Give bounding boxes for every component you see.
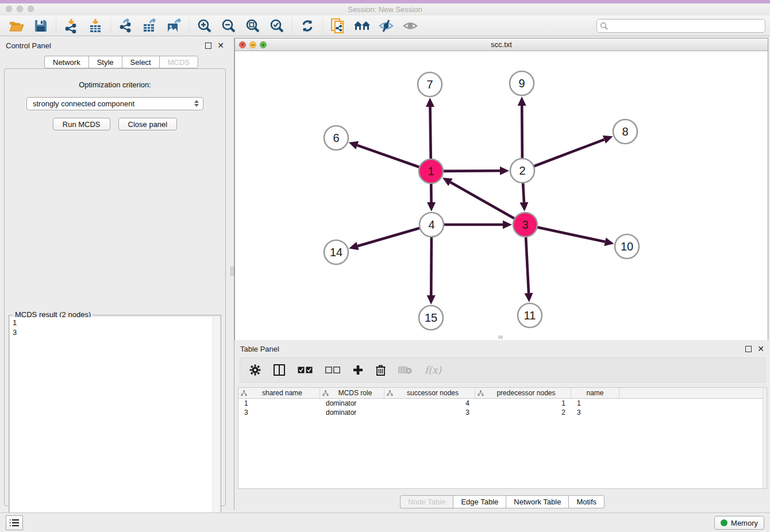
node-7[interactable]: 7	[418, 72, 442, 97]
table-scrollbar[interactable]	[763, 388, 767, 488]
tab-select[interactable]: Select	[122, 56, 159, 68]
zoom-fit-button[interactable]	[243, 17, 263, 34]
table-panel: Table Panel ✕	[234, 341, 770, 510]
table-cell[interactable]: 1	[475, 399, 571, 408]
network-window: ✕ − + scc.txt 1234678910111415	[234, 38, 768, 340]
select-all-button[interactable]	[298, 367, 313, 374]
table-cell[interactable]: 3	[571, 408, 619, 417]
import-table-button[interactable]	[86, 17, 105, 34]
edge-1-6[interactable]	[349, 141, 431, 171]
zoom-out-button[interactable]	[219, 17, 238, 34]
memory-button[interactable]: Memory	[714, 516, 764, 530]
tab-edge-table[interactable]: Edge Table	[453, 495, 506, 508]
edge-3-10[interactable]	[525, 225, 614, 246]
split-panel-button[interactable]	[274, 364, 285, 376]
close-panel-button[interactable]: Close panel	[118, 118, 178, 130]
column-header-MCDS-role[interactable]: MCDS role	[320, 388, 384, 398]
criterion-dropdown[interactable]: strongly connected component	[26, 97, 203, 110]
network-scroll-thumb[interactable]	[498, 336, 503, 339]
table-row[interactable]: 1dominator411	[238, 399, 767, 408]
node-14[interactable]: 14	[324, 240, 348, 264]
search-input[interactable]	[596, 19, 765, 33]
tab-motifs[interactable]: Motifs	[568, 495, 605, 508]
export-image-button[interactable]	[164, 17, 184, 34]
table-cell[interactable]: 1	[571, 399, 619, 408]
tab-style[interactable]: Style	[88, 56, 122, 68]
app-titlebar: Session: New Session	[0, 3, 770, 16]
tab-network-table[interactable]: Network Table	[506, 495, 568, 508]
column-header-predecessor-nodes[interactable]: predecessor nodes	[475, 388, 571, 398]
save-session-button[interactable]	[31, 17, 51, 34]
criterion-value: strongly connected component	[33, 99, 134, 108]
table-cell[interactable]: 2	[475, 408, 571, 417]
edge-3-1[interactable]	[442, 178, 525, 225]
import-network-button[interactable]	[61, 17, 81, 34]
table-cell[interactable]: dominator	[320, 399, 384, 408]
task-history-button[interactable]	[6, 515, 23, 530]
export-network-button[interactable]	[116, 17, 136, 34]
deselect-all-button[interactable]	[325, 367, 340, 374]
export-table-button[interactable]	[140, 17, 160, 34]
add-column-button[interactable]	[353, 365, 363, 375]
node-11[interactable]: 11	[518, 303, 542, 327]
edge-2-8[interactable]	[522, 136, 613, 171]
status-bar: Memory	[0, 512, 770, 532]
result-scrollbar[interactable]	[213, 317, 220, 530]
network-file-share-button[interactable]	[328, 17, 348, 34]
node-15[interactable]: 15	[419, 306, 443, 330]
node-9[interactable]: 9	[510, 71, 534, 95]
float-panel-icon[interactable]	[205, 43, 211, 49]
run-mcds-button[interactable]: Run MCDS	[53, 118, 110, 130]
node-1[interactable]: 1	[419, 159, 443, 183]
network-maximize-icon[interactable]: +	[260, 41, 267, 48]
node-3[interactable]: 3	[513, 213, 537, 237]
tab-mcds[interactable]: MCDS	[159, 56, 198, 68]
table-cell[interactable]: dominator	[320, 408, 384, 417]
apply-layout-button[interactable]	[298, 17, 317, 34]
zoom-in-button[interactable]	[195, 17, 214, 34]
tab-network[interactable]: Network	[44, 56, 88, 68]
edge-4-14[interactable]	[349, 225, 432, 250]
node-10[interactable]: 10	[615, 234, 639, 259]
network-minimize-icon[interactable]: −	[249, 41, 256, 48]
table-cell[interactable]: 3	[238, 408, 320, 417]
divider-thumb[interactable]	[230, 267, 234, 276]
node-2[interactable]: 2	[510, 159, 534, 183]
tab-node-table[interactable]: Node Table	[400, 495, 453, 508]
node-4[interactable]: 4	[419, 213, 444, 237]
node-8[interactable]: 8	[613, 119, 637, 144]
zoom-selected-button[interactable]	[267, 17, 287, 34]
mcds-result-text[interactable]: 1 3	[10, 317, 213, 530]
zoom-out-icon	[221, 18, 236, 33]
hide-panels-button[interactable]	[376, 17, 396, 34]
bird-eye-view-button[interactable]	[401, 17, 420, 34]
minimize-window-icon[interactable]	[17, 6, 23, 12]
network-window-titlebar[interactable]: ✕ − + scc.txt	[235, 38, 768, 51]
function-builder-button[interactable]: f(x)	[425, 364, 441, 376]
maximize-window-icon[interactable]	[28, 6, 34, 12]
home-button[interactable]	[352, 17, 372, 34]
control-panel-header: Control Panel ✕	[0, 38, 230, 53]
column-header-shared-name[interactable]: shared name	[238, 388, 320, 398]
table-cell[interactable]: 4	[384, 399, 475, 408]
table-cell[interactable]: 3	[384, 408, 475, 417]
float-table-panel-icon[interactable]	[745, 346, 752, 352]
network-canvas[interactable]: 1234678910111415	[235, 52, 768, 340]
open-session-button[interactable]	[7, 17, 26, 34]
column-header-name[interactable]: name	[571, 388, 619, 398]
zoom-in-icon	[197, 18, 212, 33]
dropdown-stepper-icon	[194, 100, 199, 107]
table-settings-button[interactable]	[249, 364, 261, 376]
table-row[interactable]: 3dominator323	[238, 408, 767, 417]
close-panel-icon[interactable]: ✕	[217, 41, 224, 49]
close-window-icon[interactable]	[6, 6, 12, 12]
close-table-panel-icon[interactable]: ✕	[757, 345, 764, 353]
network-close-icon[interactable]: ✕	[239, 41, 246, 48]
delete-row-button[interactable]	[376, 364, 386, 376]
window-controls-inactive[interactable]	[6, 6, 34, 12]
delete-column-button[interactable]	[398, 366, 412, 374]
node-6[interactable]: 6	[324, 126, 348, 150]
panel-divider[interactable]	[230, 38, 234, 510]
column-header-successor-nodes[interactable]: successor nodes	[384, 388, 475, 398]
table-cell[interactable]: 1	[238, 399, 320, 408]
